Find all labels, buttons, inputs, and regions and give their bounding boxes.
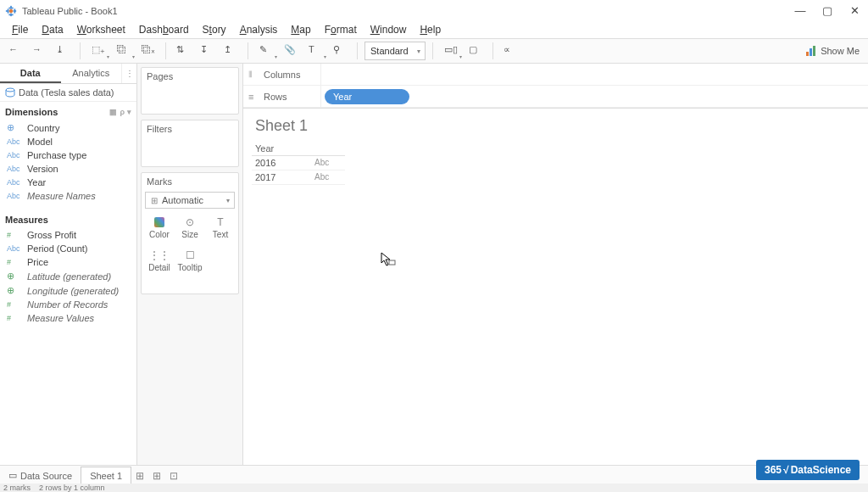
viz-canvas[interactable]: Year 2016Abc2017Abc — [243, 138, 868, 188]
status-bar: 2 marks 2 rows by 1 column — [0, 484, 868, 492]
tab-analytics[interactable]: Analytics — [61, 64, 122, 83]
field-version[interactable]: Version — [0, 162, 136, 176]
swap-button[interactable]: ⇅ — [173, 41, 193, 61]
field-label: Longitude (generated) — [27, 286, 119, 296]
minimize-button[interactable]: — — [792, 3, 809, 20]
field-label: Purchase type — [27, 150, 86, 160]
field-label: Price — [27, 257, 48, 267]
viz-cell-key: 2017 — [252, 171, 311, 184]
field-gross-profit[interactable]: Gross Profit — [0, 228, 136, 242]
rows-icon: ≡ — [248, 92, 253, 102]
field-number-of-records[interactable]: Number of Records — [0, 298, 136, 311]
menu-format[interactable]: Format — [318, 22, 364, 37]
menu-dashboard[interactable]: Dashboard — [132, 22, 196, 37]
tab-datasource[interactable]: ▭Data Source — [0, 467, 81, 484]
menu-window[interactable]: Window — [364, 22, 414, 37]
undo-button[interactable]: ← — [5, 41, 25, 61]
svg-rect-5 — [8, 8, 9, 13]
marks-text-button[interactable]: TText — [206, 212, 235, 243]
field-year[interactable]: Year — [0, 176, 136, 189]
marks-tooltip-button[interactable]: ☐Tooltip — [175, 245, 204, 277]
show-me-button[interactable]: Show Me — [802, 45, 863, 57]
field-country[interactable]: Country — [0, 120, 136, 135]
menu-data[interactable]: Data — [35, 22, 70, 37]
marks-card: Marks Automatic Color ⊙Size TText ⋮⋮Deta… — [141, 172, 239, 294]
field-measure-values[interactable]: Measure Values — [0, 311, 136, 325]
tab-sheet1[interactable]: Sheet 1 — [81, 467, 131, 484]
show-me-icon — [805, 45, 817, 57]
maximize-button[interactable]: ▢ — [819, 3, 836, 20]
menu-worksheet[interactable]: Worksheet — [70, 22, 132, 37]
fit-selector[interactable]: Standard — [364, 42, 426, 60]
totals-button[interactable]: T — [304, 41, 326, 61]
view-data-icon[interactable]: ▦ — [109, 108, 117, 116]
sort-asc-button[interactable]: ↧ — [197, 41, 217, 61]
group-button[interactable]: 📎 — [281, 41, 301, 61]
watermark-badge: 365√DataScience — [756, 460, 860, 480]
field-type-icon — [7, 271, 22, 282]
field-purchase-type[interactable]: Purchase type — [0, 148, 136, 162]
menu-map[interactable]: Map — [284, 22, 317, 37]
save-button[interactable]: ⤓ — [53, 41, 73, 61]
field-latitude-generated-[interactable]: Latitude (generated) — [0, 269, 136, 283]
field-measure-names[interactable]: Measure Names — [0, 189, 136, 203]
redo-button[interactable]: → — [29, 41, 49, 61]
pill-year[interactable]: Year — [325, 89, 409, 104]
new-dashboard-tab-button[interactable]: ⊞ — [148, 470, 165, 482]
columns-icon: ⦀ — [248, 69, 253, 80]
field-label: Measure Names — [27, 191, 96, 201]
new-worksheet-tab-button[interactable]: ⊞ — [131, 470, 148, 482]
menu-help[interactable]: Help — [413, 22, 448, 37]
presentation-mode-button[interactable]: ▢ — [465, 41, 486, 61]
sort-desc-button[interactable]: ↥ — [220, 41, 241, 61]
field-type-icon — [7, 165, 22, 173]
field-longitude-generated-[interactable]: Longitude (generated) — [0, 283, 136, 298]
sidebar-menu-button[interactable]: ⋮ — [121, 64, 136, 83]
new-story-tab-button[interactable]: ⊡ — [165, 470, 182, 482]
field-type-icon — [7, 244, 22, 253]
status-dims: 2 rows by 1 column — [39, 484, 105, 492]
field-label: Latitude (generated) — [27, 271, 111, 282]
highlight-button[interactable]: ✎ — [255, 41, 277, 61]
field-period-count-[interactable]: Period (Count) — [0, 242, 136, 255]
field-label: Measure Values — [27, 313, 94, 323]
dropdown-icon[interactable]: ▾ — [127, 108, 131, 116]
pin-button[interactable]: ⚲ — [330, 41, 350, 61]
marks-type-selector[interactable]: Automatic — [145, 192, 235, 209]
menu-story[interactable]: Story — [196, 22, 233, 37]
field-price[interactable]: Price — [0, 255, 136, 269]
svg-rect-10 — [806, 52, 809, 56]
columns-shelf[interactable]: ⦀Columns — [243, 64, 868, 86]
clear-sheet-button[interactable]: ⿻ₓ — [138, 41, 159, 61]
field-label: Gross Profit — [27, 230, 76, 240]
field-type-icon — [7, 122, 22, 133]
rows-shelf[interactable]: ≡Rows Year — [243, 86, 868, 108]
tab-data[interactable]: Data — [0, 64, 61, 83]
menubar: File Data Worksheet Dashboard Story Anal… — [0, 21, 868, 38]
marks-size-button[interactable]: ⊙Size — [175, 212, 204, 243]
dimensions-header: Dimensions ▦ρ▾ — [0, 102, 136, 120]
menu-file[interactable]: File — [5, 22, 35, 37]
field-model[interactable]: Model — [0, 135, 136, 148]
field-type-icon — [7, 314, 22, 322]
svg-rect-12 — [813, 46, 815, 56]
svg-point-13 — [6, 88, 14, 92]
marks-detail-button[interactable]: ⋮⋮Detail — [145, 245, 174, 277]
viz-row[interactable]: 2016Abc — [252, 156, 345, 171]
marks-color-button[interactable]: Color — [145, 212, 174, 243]
pages-shelf[interactable]: Pages — [141, 67, 239, 115]
viz-cell-key: 2016 — [252, 156, 311, 170]
find-field-icon[interactable]: ρ — [120, 108, 125, 116]
menu-analysis[interactable]: Analysis — [233, 22, 285, 37]
share-button[interactable]: ∝ — [500, 41, 520, 61]
show-hide-cards-button[interactable]: ▭▯ — [440, 41, 462, 61]
svg-rect-1 — [8, 7, 13, 8]
datasource-item[interactable]: Data (Tesla sales data) — [0, 84, 136, 102]
measures-header: Measures — [0, 210, 136, 228]
viz-row[interactable]: 2017Abc — [252, 171, 345, 185]
sheet-title[interactable]: Sheet 1 — [243, 109, 868, 138]
new-worksheet-button[interactable]: ⿻ — [113, 41, 135, 61]
new-datasource-button[interactable]: ⬚₊ — [87, 41, 109, 61]
filters-shelf[interactable]: Filters — [141, 120, 239, 167]
close-button[interactable]: ✕ — [846, 3, 863, 20]
